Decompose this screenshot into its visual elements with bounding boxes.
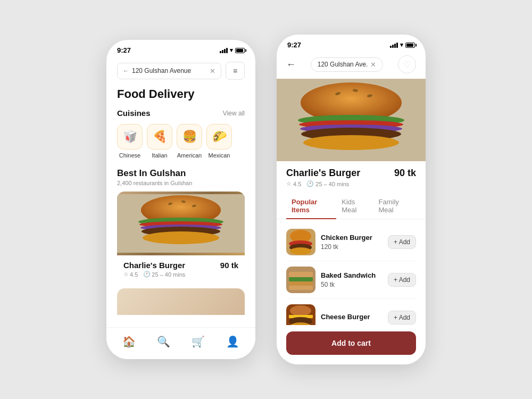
restaurant-card-charlies[interactable]: Charlie's Burger 90 tk ☆ 4.5 🕐 25 – 40 m… — [117, 192, 245, 282]
svg-point-10 — [143, 231, 219, 244]
cuisines-header: Cuisines View all — [117, 109, 245, 118]
location-tag[interactable]: 120 Gulshan Ave. ✕ — [311, 57, 384, 72]
back-button[interactable]: ← — [286, 59, 296, 70]
heart-icon: ♡ — [403, 60, 411, 70]
left-phone: 9:27 ▾ ← 120 Gulshan Avenue — [106, 40, 255, 359]
clock-icon: 🕐 — [143, 271, 151, 278]
add-baked-sandwich-button[interactable]: + Add — [388, 273, 416, 287]
wifi-icon-right: ▾ — [400, 41, 403, 48]
cuisine-grid: 🥡 Chinese 🍕 Italian 🍔 American 🌮 Mexican — [117, 124, 245, 159]
chicken-burger-price: 120 tk — [321, 243, 383, 251]
chinese-label: Chinese — [119, 152, 140, 159]
detail-restaurant-name: Charlie's Burger — [286, 168, 360, 179]
mexican-label: Mexican — [209, 152, 230, 159]
location-text: 120 Gulshan Ave. — [318, 61, 368, 68]
status-bar-right: 9:27 ▾ — [277, 35, 426, 52]
add-to-cart-button[interactable]: Add to cart — [286, 331, 416, 355]
detail-time: 🕐 25 – 40 mins — [306, 180, 349, 187]
mexican-icon-box: 🌮 — [206, 124, 232, 149]
top-bar: ← 120 Gulshan Ave. ✕ ♡ — [277, 52, 426, 79]
chicken-burger-info: Chicken Burger 120 tk — [321, 234, 383, 251]
svg-point-25 — [290, 247, 311, 255]
restaurant-price: 90 tk — [220, 261, 238, 270]
nav-home[interactable]: 🏠 — [116, 332, 142, 351]
wifi-icon: ▾ — [230, 47, 233, 54]
american-label: American — [177, 152, 202, 159]
battery-icon — [235, 48, 245, 53]
status-bar-left: 9:27 ▾ — [106, 40, 255, 57]
american-icon-box: 🍔 — [177, 124, 202, 149]
detail-row: Charlie's Burger 90 tk — [286, 168, 416, 179]
filter-button[interactable]: ≡ — [226, 62, 245, 80]
rating-badge: ☆ 4.5 — [123, 271, 138, 278]
search-box[interactable]: ← 120 Gulshan Avenue ✕ — [117, 63, 221, 79]
time-estimate: 🕐 25 – 40 mins — [143, 271, 185, 278]
add-chicken-burger-button[interactable]: + Add — [388, 235, 416, 249]
nav-search[interactable]: 🔍 — [151, 332, 177, 351]
cheese-burger-name: Cheese Burger — [321, 313, 383, 321]
best-in-subtitle: 2,400 restaurants in Gulshan — [117, 180, 245, 186]
nav-cart[interactable]: 🛒 — [185, 332, 211, 351]
tab-popular-items[interactable]: Popular Items — [286, 194, 336, 219]
left-phone-content: ← 120 Gulshan Avenue ✕ ≡ Food Delivery C… — [106, 62, 255, 315]
detail-rating: ☆ 4.5 — [286, 180, 301, 187]
clock-icon-detail: 🕐 — [306, 180, 314, 187]
chicken-burger-image — [286, 229, 315, 255]
chicken-burger-name: Chicken Burger — [321, 234, 383, 242]
star-icon: ☆ — [123, 271, 129, 278]
baked-sandwich-name: Baked Sandwich — [321, 271, 383, 279]
baked-sandwich-info: Baked Sandwich 50 tk — [321, 271, 383, 288]
profile-icon: 👤 — [226, 335, 239, 348]
search-row: ← 120 Gulshan Avenue ✕ ≡ — [117, 62, 245, 80]
restaurant-detail: Charlie's Burger 90 tk ☆ 4.5 🕐 25 – 40 m… — [277, 161, 426, 187]
star-icon-detail: ☆ — [286, 180, 292, 187]
svg-rect-27 — [289, 272, 313, 277]
cuisine-american[interactable]: 🍔 American — [177, 124, 202, 159]
clear-search-button[interactable]: ✕ — [210, 67, 215, 75]
cuisine-chinese[interactable]: 🥡 Chinese — [117, 124, 143, 159]
menu-item-chicken-burger: Chicken Burger 120 tk + Add — [286, 223, 416, 261]
restaurant-meta: ☆ 4.5 🕐 25 – 40 mins — [123, 271, 238, 278]
menu-list: Chicken Burger 120 tk + Add — [277, 223, 426, 336]
battery-icon-right — [405, 43, 415, 48]
menu-tabs: Popular Items Kids Meal Family Meal — [277, 194, 426, 219]
svg-point-20 — [303, 135, 399, 150]
view-all-link[interactable]: View all — [223, 110, 245, 117]
close-location-button[interactable]: ✕ — [370, 61, 376, 69]
svg-rect-28 — [289, 277, 313, 281]
add-cheese-burger-button[interactable]: + Add — [388, 311, 416, 325]
baked-sandwich-price: 50 tk — [321, 281, 383, 288]
search-value: 120 Gulshan Avenue — [132, 67, 191, 74]
svg-rect-30 — [289, 286, 313, 290]
arrow-icon: ← — [123, 68, 129, 74]
restaurant-hero-image — [117, 192, 245, 255]
restaurant-info: Charlie's Burger 90 tk ☆ 4.5 🕐 25 – 40 m… — [117, 255, 245, 282]
baked-sandwich-image — [286, 267, 315, 293]
svg-rect-29 — [289, 281, 313, 286]
signal-icon-right — [390, 43, 398, 48]
partial-card — [117, 288, 245, 315]
menu-item-baked-sandwich: Baked Sandwich 50 tk + Add — [286, 261, 416, 299]
page-title: Food Delivery — [117, 87, 245, 101]
cuisine-mexican[interactable]: 🌮 Mexican — [206, 124, 232, 159]
cuisine-italian[interactable]: 🍕 Italian — [147, 124, 172, 159]
favorite-button[interactable]: ♡ — [398, 55, 416, 73]
svg-point-32 — [290, 305, 311, 316]
tab-kids-meal[interactable]: Kids Meal — [336, 194, 373, 219]
detail-meta: ☆ 4.5 🕐 25 – 40 mins — [286, 180, 416, 187]
time-left: 9:27 — [117, 46, 131, 54]
home-icon: 🏠 — [122, 335, 136, 348]
search-icon: 🔍 — [157, 335, 170, 348]
detail-hero-image — [277, 79, 426, 161]
italian-icon-box: 🍕 — [147, 124, 172, 149]
time-right: 9:27 — [287, 41, 301, 49]
italian-label: Italian — [152, 152, 167, 159]
detail-restaurant-price: 90 tk — [394, 168, 416, 179]
tab-family-meal[interactable]: Family Meal — [373, 194, 417, 219]
right-phone: 9:27 ▾ ← 120 Gulshan Ave. ✕ — [277, 35, 426, 364]
restaurant-name: Charlie's Burger — [123, 261, 185, 270]
bottom-nav: 🏠 🔍 🛒 👤 — [106, 327, 255, 359]
nav-profile[interactable]: 👤 — [220, 332, 246, 351]
add-to-cart-bar: Add to cart — [277, 325, 426, 364]
best-in-title: Best In Gulshan — [117, 168, 245, 179]
